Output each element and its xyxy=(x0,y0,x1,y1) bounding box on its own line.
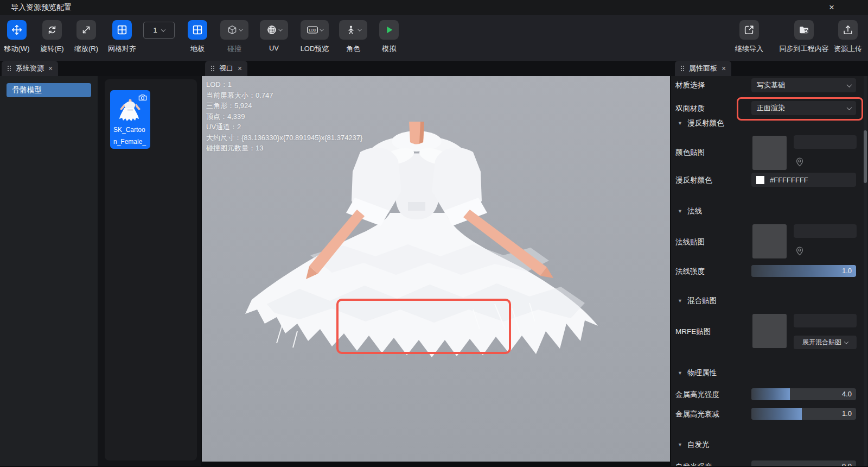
mrfe-map-input[interactable] xyxy=(794,314,857,327)
caret-down-icon: ▼ xyxy=(678,121,682,126)
tab-viewport[interactable]: 视口 × xyxy=(205,61,247,76)
drag-handle-icon[interactable] xyxy=(210,65,215,72)
slider-fill xyxy=(751,265,856,277)
annotation-highlight-box xyxy=(737,97,863,121)
tool-simulate[interactable]: 模拟 xyxy=(365,20,413,54)
caret-down-icon: ▼ xyxy=(678,370,682,376)
expand-blend-map-button[interactable]: 展开混合贴图 xyxy=(794,336,857,349)
grid-snap-select[interactable]: 1 xyxy=(143,22,175,39)
close-icon[interactable]: × xyxy=(722,64,726,73)
tool-label: UV xyxy=(269,44,279,52)
rotate-button[interactable] xyxy=(42,20,62,40)
simulate-button[interactable] xyxy=(379,20,399,40)
mrfe-map-label: MRFE贴图 xyxy=(675,327,711,337)
metal-specular-intensity-slider[interactable]: 4.0 xyxy=(751,388,856,400)
section-physics[interactable]: ▼ 物理属性 xyxy=(678,368,717,378)
section-diffuse-color[interactable]: ▼ 漫反射颜色 xyxy=(678,118,724,128)
normal-map-thumbnail[interactable] xyxy=(752,224,787,258)
color-swatch[interactable] xyxy=(756,176,764,184)
scale-icon xyxy=(80,24,92,36)
toolbar: 移动(W) 旋转(E) 缩放(R) xyxy=(0,15,868,61)
tool-label: 地板 xyxy=(190,44,205,54)
drag-handle-icon[interactable] xyxy=(7,65,11,72)
collision-cube-icon xyxy=(227,24,238,35)
tool-continue-import[interactable]: 继续导入 xyxy=(725,20,774,54)
character-button[interactable] xyxy=(339,20,367,40)
stat-line: 当前屏幕大小：0.747 xyxy=(206,90,362,101)
drag-handle-icon[interactable] xyxy=(680,65,685,72)
section-normal[interactable]: ▼ 法线 xyxy=(678,206,702,216)
slider-value: 4.0 xyxy=(842,388,852,400)
caret-down-icon: ▼ xyxy=(678,298,682,304)
tool-label: LOD预览 xyxy=(301,44,329,54)
metal-specular-falloff-label: 金属高光衰减 xyxy=(675,409,719,419)
uv-sphere-icon xyxy=(266,24,277,35)
lod-badge-icon: LOD xyxy=(307,24,318,35)
section-label: 自发光 xyxy=(687,440,710,450)
move-button[interactable] xyxy=(7,20,27,40)
normal-map-input[interactable] xyxy=(794,224,857,238)
asset-upload-button[interactable] xyxy=(838,20,858,40)
camera-icon xyxy=(138,93,148,102)
normal-intensity-slider[interactable]: 1.0 xyxy=(751,265,856,277)
scrollbar-thumb[interactable] xyxy=(864,130,867,183)
stat-line: UV通道：2 xyxy=(206,122,362,132)
floor-grid-icon xyxy=(192,24,203,36)
color-map-input[interactable] xyxy=(794,135,857,149)
system-resources-panel: 骨骼模型 xyxy=(0,76,98,466)
material-select-dropdown[interactable]: 写实基础 xyxy=(751,78,856,92)
tab-properties[interactable]: 属性面板 × xyxy=(675,61,731,76)
diffuse-color-field[interactable]: #FFFFFFFF xyxy=(751,173,856,187)
rotate-icon xyxy=(46,24,58,36)
window-close-button[interactable]: × xyxy=(824,0,840,15)
emissive-intensity-slider[interactable]: 0.0 xyxy=(751,460,856,466)
tab-label: 属性面板 xyxy=(689,64,717,73)
tab-label: 视口 xyxy=(219,64,233,73)
mrfe-map-thumbnail[interactable] xyxy=(752,314,787,348)
viewport-3d[interactable]: LOD：1 当前屏幕大小：0.747 三角形：5,924 顶点：4,339 UV… xyxy=(202,76,670,462)
close-icon[interactable]: × xyxy=(238,64,242,73)
tool-grid-snap[interactable]: 网格对齐 xyxy=(98,20,146,54)
normal-map-label: 法线贴图 xyxy=(675,237,705,247)
chevron-down-icon xyxy=(161,27,165,31)
dropdown-value: 写实基础 xyxy=(757,80,785,90)
pin-icon xyxy=(796,157,803,167)
caret-down-icon: ▼ xyxy=(678,442,682,447)
title-bar: 导入资源预览配置 xyxy=(0,0,868,15)
character-icon xyxy=(346,24,356,35)
asset-list: SK_Cartoo n_Female_ xyxy=(105,79,197,460)
tab-system-resources[interactable]: 系统资源 × xyxy=(2,61,58,76)
chevron-down-icon xyxy=(278,27,282,31)
emissive-intensity-label: 自发光强度 xyxy=(675,462,712,466)
chevron-down-icon xyxy=(238,27,242,31)
tool-asset-upload[interactable]: 资源上传 xyxy=(824,20,868,54)
section-blend-map[interactable]: ▼ 混合贴图 xyxy=(678,296,717,306)
stat-line: 大约尺寸：{83.136330}x{70.891945}x{81.374237} xyxy=(206,132,362,143)
slider-fill xyxy=(751,388,790,400)
chevron-down-icon xyxy=(847,82,852,87)
section-emissive[interactable]: ▼ 自发光 xyxy=(678,440,709,450)
continue-import-icon xyxy=(743,24,755,36)
tool-label: 移动(W) xyxy=(4,44,30,54)
slider-fill xyxy=(751,408,802,420)
collision-button[interactable] xyxy=(220,20,248,40)
asset-browser-panel: SK_Cartoo n_Female_ xyxy=(98,76,201,466)
section-label: 漫反射颜色 xyxy=(687,118,724,128)
color-map-thumbnail[interactable] xyxy=(752,136,787,170)
tool-label: 碰撞 xyxy=(227,44,241,54)
sync-project-button[interactable] xyxy=(794,20,814,40)
scale-button[interactable] xyxy=(76,20,96,40)
lod-preview-button[interactable]: LOD xyxy=(301,20,329,40)
tree-item-skeleton-model[interactable]: 骨骼模型 xyxy=(7,83,91,97)
close-icon[interactable]: × xyxy=(48,64,53,73)
metal-specular-falloff-slider[interactable]: 1.0 xyxy=(751,408,856,420)
tool-label: 同步到工程内容 xyxy=(780,44,829,54)
continue-import-button[interactable] xyxy=(739,20,759,40)
stat-line: 三角形：5,924 xyxy=(206,100,362,111)
floor-button[interactable] xyxy=(188,20,207,40)
grid-snap-button[interactable] xyxy=(112,20,132,40)
double-sided-label: 双面材质 xyxy=(675,104,705,113)
asset-thumbnail-card[interactable]: SK_Cartoo n_Female_ xyxy=(110,90,150,149)
uv-button[interactable] xyxy=(260,20,288,40)
properties-panel: 材质选择 写实基础 双面材质 正面渲染 ▼ 漫反射颜色 颜色贴图 漫反射颜色 #… xyxy=(671,76,868,466)
